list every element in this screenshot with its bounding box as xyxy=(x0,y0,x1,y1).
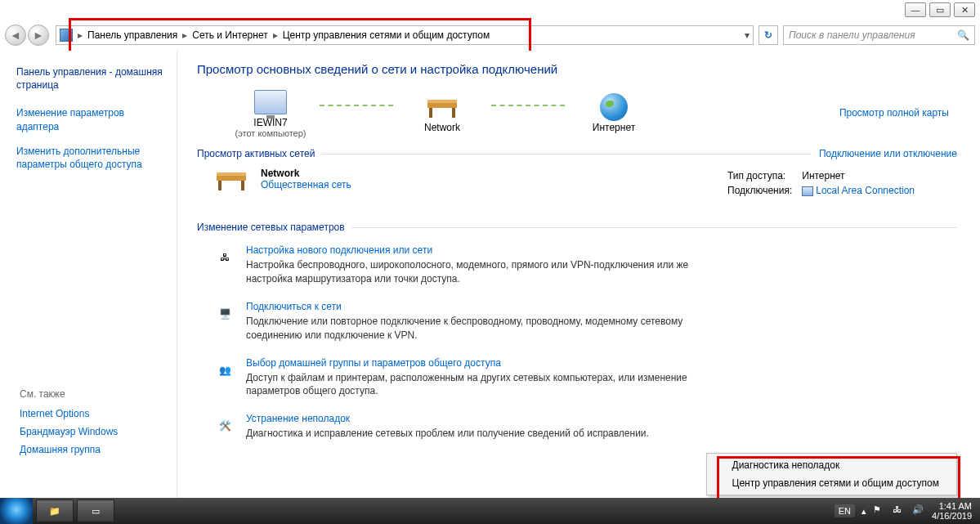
bench-icon xyxy=(213,168,249,192)
connect-icon: 🖥️ xyxy=(212,301,238,327)
start-button[interactable] xyxy=(0,498,33,524)
map-node-network[interactable]: Network xyxy=(393,92,491,133)
setting-desc: Доступ к файлам и принтерам, расположенн… xyxy=(246,371,704,399)
map-connector xyxy=(491,105,565,106)
svg-rect-1 xyxy=(429,108,432,118)
tray-clock[interactable]: 1:41 AM 4/16/2019 xyxy=(932,501,972,521)
sidebar: Панель управления - домашняя страница Из… xyxy=(3,51,177,498)
maximize-button[interactable]: ▭ xyxy=(929,2,951,17)
ctx-troubleshoot[interactable]: Диагностика неполадок xyxy=(709,456,955,474)
tray-context-menu: Диагностика неполадок Центр управления с… xyxy=(706,453,958,495)
language-indicator[interactable]: EN xyxy=(835,504,855,517)
setting-desc: Настройка беспроводного, широкополосного… xyxy=(246,258,704,286)
taskbar: 📁 ▭ EN ▴ ⚑ 🖧 🔊 1:41 AM 4/16/2019 xyxy=(0,498,980,524)
setting-title-link[interactable]: Устранение неполадок xyxy=(246,413,649,424)
tray-chevron-icon[interactable]: ▴ xyxy=(861,506,866,517)
setting-new-connection: 🖧 Настройка нового подключения или сети … xyxy=(197,241,957,298)
svg-rect-2 xyxy=(452,108,455,118)
network-type-link[interactable]: Общественная сеть xyxy=(261,179,351,190)
search-input[interactable]: Поиск в панели управления 🔍 xyxy=(783,25,975,45)
adapter-icon xyxy=(802,186,813,196)
setting-desc: Диагностика и исправление сетевых пробле… xyxy=(246,427,649,441)
chevron-right-icon: ▸ xyxy=(271,29,280,41)
svg-rect-0 xyxy=(427,103,457,108)
volume-icon[interactable]: 🔊 xyxy=(912,504,925,517)
control-panel-home-link[interactable]: Панель управления - домашняя страница xyxy=(16,65,168,92)
change-settings-header: Изменение сетевых параметров xyxy=(197,222,957,233)
network-name: Network xyxy=(261,168,351,179)
sidebar-task-sharing[interactable]: Изменить дополнительные параметры общего… xyxy=(16,145,168,171)
connect-disconnect-link[interactable]: Подключение или отключение xyxy=(819,148,957,159)
map-node-this-pc[interactable]: IEWIN7 (этот компьютер) xyxy=(222,87,320,138)
search-placeholder: Поиск в панели управления xyxy=(789,29,915,41)
address-bar[interactable]: ▸ Панель управления ▸ Сеть и Интернет ▸ … xyxy=(56,25,754,45)
breadcrumb-mid[interactable]: Сеть и Интернет xyxy=(189,29,271,41)
setting-title-link[interactable]: Подключиться к сети xyxy=(246,301,704,312)
see-also-header: См. также xyxy=(20,388,118,400)
breadcrumb-root[interactable]: Панель управления xyxy=(84,29,181,41)
minimize-button[interactable]: — xyxy=(905,2,926,17)
back-button[interactable]: ◄ xyxy=(5,25,26,46)
body: Панель управления - домашняя страница Из… xyxy=(3,51,977,498)
map-node-internet[interactable]: Интернет xyxy=(565,92,663,133)
svg-rect-6 xyxy=(241,181,244,190)
see-also-firewall[interactable]: Брандмауэр Windows xyxy=(20,426,118,437)
setting-title-link[interactable]: Настройка нового подключения или сети xyxy=(246,244,704,256)
task-window[interactable]: ▭ xyxy=(77,499,114,522)
troubleshoot-icon: 🛠️ xyxy=(212,413,238,439)
computer-icon xyxy=(254,90,287,114)
connection-link[interactable]: Local Area Connection xyxy=(816,185,915,196)
sidebar-task-adapter[interactable]: Изменение параметров адаптера xyxy=(16,106,168,132)
close-button[interactable]: ✕ xyxy=(954,2,975,17)
active-network: Network Общественная сеть Тип доступа:Ин… xyxy=(197,163,957,207)
navbar: ◄ ► ▸ Панель управления ▸ Сеть и Интерне… xyxy=(5,23,975,47)
see-also-internet-options[interactable]: Internet Options xyxy=(20,408,118,419)
content: Просмотр основных сведений о сети и наст… xyxy=(177,51,977,498)
network-tray-icon[interactable]: 🖧 xyxy=(893,504,906,517)
search-icon[interactable]: 🔍 xyxy=(957,29,969,41)
setting-troubleshoot: 🛠️ Устранение неполадок Диагностика и ис… xyxy=(197,410,957,452)
svg-rect-7 xyxy=(217,172,246,176)
system-tray: EN ▴ ⚑ 🖧 🔊 1:41 AM 4/16/2019 xyxy=(835,501,980,521)
breadcrumb-leaf[interactable]: Центр управления сетями и общим доступом xyxy=(280,29,494,41)
see-also: См. также Internet Options Брандмауэр Wi… xyxy=(20,388,118,462)
dropdown-icon[interactable]: ▾ xyxy=(745,29,750,41)
control-panel-icon xyxy=(60,29,73,42)
ctx-network-center[interactable]: Центр управления сетями и общим доступом xyxy=(709,474,955,492)
chevron-right-icon: ▸ xyxy=(181,29,189,41)
setting-desc: Подключение или повторное подключение к … xyxy=(246,315,704,343)
setting-connect-network: 🖥️ Подключиться к сети Подключение или п… xyxy=(197,298,957,354)
window: — ▭ ✕ ◄ ► ▸ Панель управления ▸ Сеть и И… xyxy=(0,0,980,524)
full-map-link[interactable]: Просмотр полной карты xyxy=(839,107,949,119)
action-center-icon[interactable]: ⚑ xyxy=(873,504,886,517)
active-networks-header: Просмотр активных сетей Подключение или … xyxy=(197,148,957,159)
setting-title-link[interactable]: Выбор домашней группы и параметров общег… xyxy=(246,357,704,369)
setting-homegroup: 👥 Выбор домашней группы и параметров общ… xyxy=(197,354,957,410)
network-map: IEWIN7 (этот компьютер) Network Интернет… xyxy=(222,87,957,138)
svg-rect-3 xyxy=(427,100,457,103)
map-connector xyxy=(320,105,393,106)
globe-icon xyxy=(600,93,628,121)
see-also-homegroup[interactable]: Домашняя группа xyxy=(20,444,118,455)
svg-rect-5 xyxy=(218,181,222,190)
forward-button[interactable]: ► xyxy=(28,25,49,46)
bench-icon xyxy=(424,92,460,122)
task-explorer[interactable]: 📁 xyxy=(36,499,74,522)
homegroup-icon: 👥 xyxy=(212,357,238,383)
network-info: Network Общественная сеть xyxy=(261,168,351,199)
refresh-button[interactable]: ↻ xyxy=(758,25,778,45)
new-connection-icon: 🖧 xyxy=(212,244,238,271)
network-details: Тип доступа:Интернет Подключения:Local A… xyxy=(726,168,924,199)
page-title: Просмотр основных сведений о сети и наст… xyxy=(197,62,957,76)
window-controls: — ▭ ✕ xyxy=(905,2,975,17)
chevron-right-icon: ▸ xyxy=(76,29,84,41)
svg-rect-4 xyxy=(217,176,246,181)
